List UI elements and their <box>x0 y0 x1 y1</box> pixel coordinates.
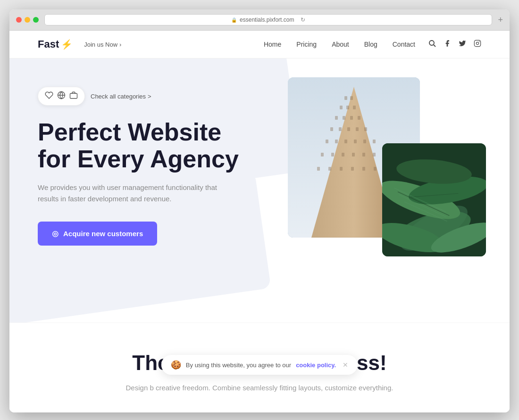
bottom-subtext-end: creative freedom. Combine seamlessly fit… <box>156 384 393 392</box>
bottom-subtext-start: Design b <box>126 384 154 392</box>
join-us-link[interactable]: Join us Now › <box>84 41 121 48</box>
nav-contact[interactable]: Contact <box>393 41 415 48</box>
category-pills: Check all categories > <box>38 87 283 106</box>
svg-rect-26 <box>335 140 338 143</box>
svg-rect-11 <box>344 96 347 100</box>
svg-rect-19 <box>358 116 360 120</box>
svg-rect-18 <box>350 116 353 120</box>
svg-point-4 <box>479 41 479 42</box>
search-icon[interactable] <box>428 40 436 49</box>
refresh-icon: ↻ <box>301 16 305 23</box>
address-bar[interactable]: 🔒 essentials.pixfort.com ↻ <box>44 14 492 25</box>
check-categories-text: Check all categories <box>91 93 146 100</box>
svg-point-0 <box>429 41 434 45</box>
browser-toolbar: 🔒 essentials.pixfort.com ↻ + <box>9 9 510 31</box>
lock-icon: 🔒 <box>231 17 237 23</box>
pill-icon-2 <box>57 91 66 101</box>
cta-label: Acquire new customers <box>63 230 143 238</box>
nav-blog[interactable]: Blog <box>364 41 377 48</box>
nav-home[interactable]: Home <box>264 41 281 48</box>
svg-rect-16 <box>335 116 338 120</box>
svg-rect-17 <box>343 116 345 120</box>
browser-window: 🔒 essentials.pixfort.com ↻ + Fast⚡ Join … <box>9 9 510 412</box>
cookie-banner: 🍪 By using this website, you agree to ou… <box>161 355 358 375</box>
svg-rect-15 <box>353 106 356 109</box>
svg-rect-20 <box>330 127 333 131</box>
svg-rect-41 <box>351 167 354 171</box>
svg-rect-25 <box>326 140 328 143</box>
svg-rect-33 <box>342 153 344 156</box>
pill-icon-1 <box>45 91 53 101</box>
hero-section: Check all categories > Perfect Website f… <box>9 58 510 322</box>
svg-rect-24 <box>364 127 367 131</box>
svg-rect-42 <box>362 167 365 171</box>
bottom-subtext: Design b creative freedom. Combine seaml… <box>38 382 481 394</box>
svg-rect-32 <box>331 153 334 156</box>
pills-icons <box>38 87 85 106</box>
hero-subtext: We provides you with user management fun… <box>38 182 217 205</box>
nav-pricing[interactable]: Pricing <box>296 41 317 48</box>
new-tab-button[interactable]: + <box>498 16 503 24</box>
svg-rect-38 <box>317 167 320 171</box>
twitter-icon[interactable] <box>459 40 466 49</box>
svg-rect-30 <box>373 140 376 143</box>
svg-rect-23 <box>356 127 359 131</box>
svg-rect-36 <box>373 153 376 156</box>
browser-dots <box>16 17 39 23</box>
check-categories-arrow: > <box>148 93 151 100</box>
cookie-text: By using this website, you agree to our <box>186 362 291 369</box>
svg-rect-28 <box>354 140 357 143</box>
svg-rect-7 <box>70 93 77 99</box>
nav-links: Home Pricing About Blog Contact <box>264 41 415 48</box>
svg-rect-29 <box>363 140 366 143</box>
facebook-icon[interactable] <box>444 40 451 49</box>
logo-lightning: ⚡ <box>61 39 73 50</box>
pill-icon-3 <box>69 91 78 101</box>
hero-img-leaves <box>382 143 486 256</box>
svg-rect-35 <box>362 153 365 156</box>
cookie-emoji: 🍪 <box>171 360 181 370</box>
svg-rect-43 <box>374 167 377 171</box>
svg-line-1 <box>434 45 435 47</box>
cta-icon: ◎ <box>52 229 59 238</box>
navbar: Fast⚡ Join us Now › Home Pricing About B… <box>9 31 510 58</box>
svg-rect-14 <box>346 106 349 109</box>
join-arrow: › <box>119 41 121 48</box>
svg-rect-27 <box>344 140 347 143</box>
hero-heading-line1: Perfect Website <box>38 118 221 146</box>
cookie-close-button[interactable]: ✕ <box>343 361 348 369</box>
svg-rect-39 <box>328 167 331 171</box>
svg-rect-22 <box>347 127 350 131</box>
maximize-dot[interactable] <box>33 17 39 23</box>
svg-rect-34 <box>352 153 355 156</box>
address-text: essentials.pixfort.com <box>240 16 294 23</box>
hero-heading-line2: for Every Agency <box>38 145 239 173</box>
hero-heading: Perfect Website for Every Agency <box>38 119 283 173</box>
svg-point-3 <box>476 42 478 44</box>
svg-rect-13 <box>340 106 343 109</box>
join-us-text: Join us Now <box>84 41 117 48</box>
svg-rect-21 <box>339 127 342 131</box>
svg-rect-40 <box>340 167 343 171</box>
minimize-dot[interactable] <box>25 17 30 23</box>
hero-images <box>288 77 486 304</box>
check-categories-link[interactable]: Check all categories > <box>91 93 151 100</box>
nav-icons <box>428 40 481 49</box>
cookie-policy-link[interactable]: cookie policy. <box>296 362 336 369</box>
nav-about[interactable]: About <box>332 41 349 48</box>
svg-rect-12 <box>350 96 353 100</box>
close-dot[interactable] <box>16 17 22 23</box>
logo: Fast⚡ <box>38 38 73 50</box>
hero-content: Check all categories > Perfect Website f… <box>38 87 283 246</box>
svg-rect-2 <box>474 40 480 46</box>
svg-rect-31 <box>321 153 324 156</box>
cta-button[interactable]: ◎ Acquire new customers <box>38 222 157 246</box>
logo-text: Fast <box>38 38 59 50</box>
instagram-icon[interactable] <box>474 40 481 49</box>
website-wrapper: Fast⚡ Join us Now › Home Pricing About B… <box>9 31 510 412</box>
